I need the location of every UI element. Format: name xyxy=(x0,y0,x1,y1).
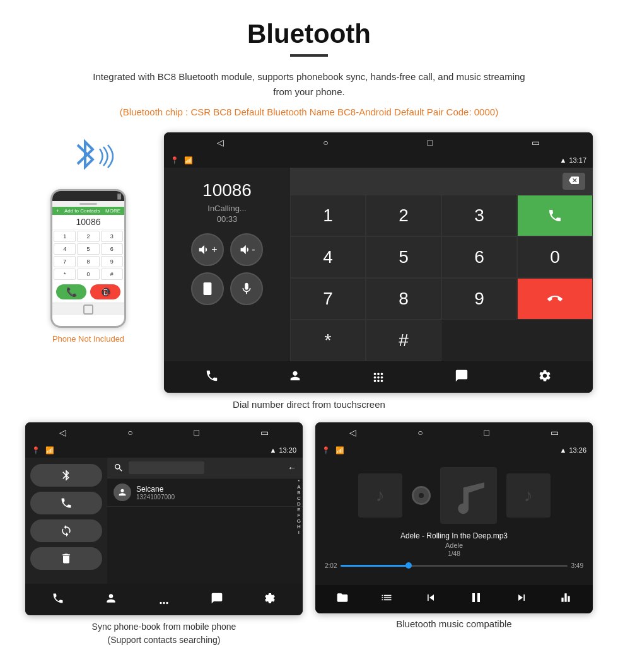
phone-battery-icon: ▓ xyxy=(117,194,121,199)
pb-call-btn[interactable] xyxy=(30,492,102,514)
phone-key-5[interactable]: 5 xyxy=(77,243,99,255)
progress-track[interactable] xyxy=(341,565,567,567)
pb-back-icon[interactable]: ◁ xyxy=(59,427,66,437)
progress-bar-area: 2:02 3:49 xyxy=(325,562,583,569)
phonebook-item: ◁ ○ □ ▭ 📍 📶 ▲ 13:20 xyxy=(25,422,303,647)
music-equalizer-icon[interactable] xyxy=(559,591,572,607)
nav-contacts-icon[interactable] xyxy=(288,369,302,386)
phone-key-3[interactable]: 3 xyxy=(101,231,123,242)
phone-home-button[interactable] xyxy=(83,304,93,315)
microphone-icon xyxy=(240,282,254,296)
pb-search-bar[interactable]: ← xyxy=(107,458,303,478)
phone-key-7[interactable]: 7 xyxy=(54,256,76,267)
transfer-button[interactable] xyxy=(191,272,224,305)
kp-5[interactable]: 5 xyxy=(366,236,441,278)
phone-key-8[interactable]: 8 xyxy=(77,256,99,267)
bottom-row: ◁ ○ □ ▭ 📍 📶 ▲ 13:20 xyxy=(0,422,618,647)
main-section: ▓ + Add to Contacts MORE 10086 1 2 3 4 5… xyxy=(0,132,618,393)
music-prev-icon[interactable] xyxy=(424,591,437,607)
pb-recents-icon[interactable]: □ xyxy=(194,427,199,437)
home-icon[interactable]: ○ xyxy=(323,137,328,148)
contact-number: 13241007000 xyxy=(136,494,175,501)
pb-search-input[interactable] xyxy=(129,461,204,474)
volume-down-icon xyxy=(238,243,252,257)
music-next-icon[interactable] xyxy=(515,591,528,607)
mute-button[interactable] xyxy=(230,272,263,305)
pb-nav-dialpad[interactable] xyxy=(158,592,170,608)
pb-nav-contacts[interactable] xyxy=(105,592,117,608)
phone-key-1[interactable]: 1 xyxy=(54,231,76,242)
pb-home-icon[interactable]: ○ xyxy=(127,427,132,437)
nav-dialpad-icon[interactable] xyxy=(371,369,385,386)
phone-key-0[interactable]: 0 xyxy=(77,269,99,280)
nav-call-icon[interactable] xyxy=(205,369,219,386)
kp-hash[interactable]: # xyxy=(366,320,441,361)
pb-nav-dialpad-icon xyxy=(158,592,170,605)
pb-notif-icon[interactable]: ▭ xyxy=(260,427,269,437)
album-art-main xyxy=(440,467,497,524)
song-count: 1/48 xyxy=(448,550,460,557)
kp-4[interactable]: 4 xyxy=(290,236,366,278)
kp-1[interactable]: 1 xyxy=(290,195,366,236)
kp-3[interactable]: 3 xyxy=(441,195,517,236)
music-recents-icon[interactable]: □ xyxy=(484,427,489,437)
phone-transfer-icon xyxy=(201,282,214,296)
album-art-left: ♪ xyxy=(358,473,402,518)
music-playlist-icon[interactable] xyxy=(380,591,393,607)
pb-nav-call[interactable] xyxy=(52,592,64,608)
dialed-number: 10086 xyxy=(202,180,252,200)
phone-key-4[interactable]: 4 xyxy=(54,243,76,255)
pb-nav-sms[interactable] xyxy=(211,592,223,608)
music-home-icon[interactable]: ○ xyxy=(417,427,423,437)
kp-8[interactable]: 8 xyxy=(366,278,441,320)
dial-right-panel: 1 2 3 4 5 6 0 7 8 9 xyxy=(290,168,593,361)
phone-key-6[interactable]: 6 xyxy=(101,243,123,255)
pb-caption: Sync phone-book from mobile phone (Suppo… xyxy=(92,620,236,647)
kp-7[interactable]: 7 xyxy=(290,278,366,320)
kp-9[interactable]: 9 xyxy=(441,278,517,320)
contact-name: Seicane xyxy=(136,485,175,494)
keypad-grid: 1 2 3 4 5 6 0 7 8 9 xyxy=(290,195,593,361)
kp-2[interactable]: 2 xyxy=(366,195,441,236)
phone-end-button[interactable]: 📵 xyxy=(90,284,120,299)
pb-nav-settings[interactable] xyxy=(264,592,276,608)
phone-key-9[interactable]: 9 xyxy=(101,256,123,267)
pb-sync-btn[interactable] xyxy=(30,519,102,542)
pb-back-arrow-icon[interactable]: ← xyxy=(288,463,296,473)
volume-up-button[interactable]: + xyxy=(191,233,224,266)
album-arts: ♪ ♪ xyxy=(358,467,551,524)
backspace-button[interactable] xyxy=(563,173,585,190)
volume-down-button[interactable]: - xyxy=(230,233,263,266)
kp-call-green[interactable] xyxy=(517,195,593,236)
dialpad-icon xyxy=(371,369,385,383)
music-back-icon[interactable]: ◁ xyxy=(349,427,356,437)
music-notif-icon[interactable]: ▭ xyxy=(551,427,559,437)
music-folder-icon[interactable] xyxy=(336,591,349,607)
time-current: 2:02 xyxy=(325,562,337,569)
progress-dot[interactable] xyxy=(405,562,412,569)
disc-hole xyxy=(419,493,424,498)
phone-call-button[interactable]: 📞 xyxy=(56,284,86,299)
pb-contact-row[interactable]: Seicane 13241007000 xyxy=(107,478,303,507)
kp-6[interactable]: 6 xyxy=(441,236,517,278)
kp-0-large[interactable]: 0 xyxy=(517,236,593,278)
kp-end-red[interactable] xyxy=(517,278,593,320)
page-title: Bluetooth xyxy=(0,19,618,49)
nav-sms-icon[interactable] xyxy=(455,369,469,386)
status-time: 13:17 xyxy=(569,156,586,164)
location-icon: 📍 xyxy=(170,156,179,165)
pb-content: ← Seicane 13241007000 xyxy=(25,458,303,584)
plus-icon: + xyxy=(211,244,217,255)
pb-delete-btn[interactable] xyxy=(30,547,102,570)
phone-key-star[interactable]: * xyxy=(54,269,76,280)
notification-icon[interactable]: ▭ xyxy=(532,137,540,148)
back-icon[interactable]: ◁ xyxy=(217,137,224,148)
nav-settings-icon[interactable] xyxy=(538,369,552,386)
music-content: ♪ ♪ xyxy=(315,458,593,585)
kp-star[interactable]: * xyxy=(290,320,366,361)
recents-icon[interactable]: □ xyxy=(427,137,432,148)
pb-bluetooth-btn[interactable] xyxy=(30,464,102,487)
phone-key-2[interactable]: 2 xyxy=(77,231,99,242)
phone-key-hash[interactable]: # xyxy=(101,269,123,280)
music-play-icon[interactable] xyxy=(469,590,484,608)
